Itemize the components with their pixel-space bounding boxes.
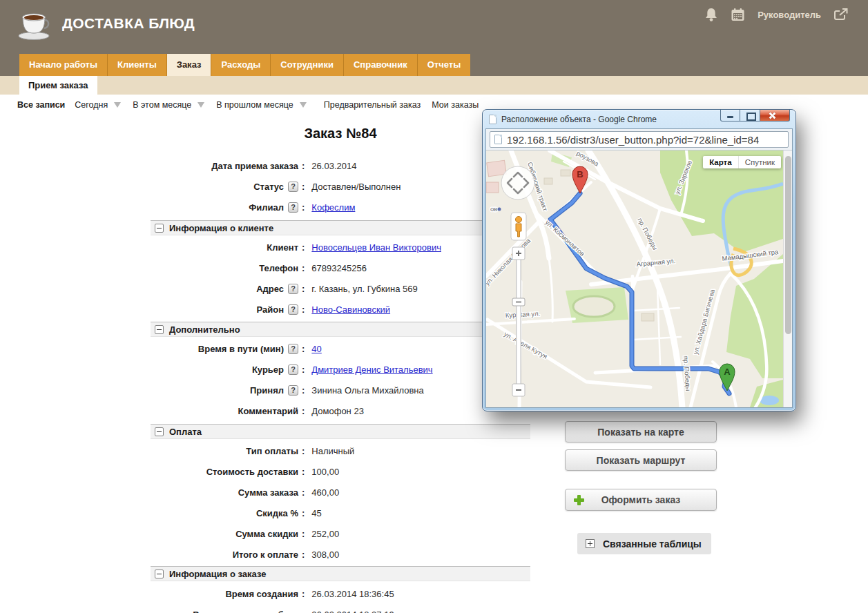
field-link[interactable]: Ново-Савиновский (311, 304, 390, 315)
field-row: Курьер Дмитриев Денис Витальевич (151, 359, 530, 380)
plus-icon (574, 495, 584, 505)
section-header[interactable]: Оплата (151, 424, 530, 439)
subtab-priem-zakaza[interactable]: Прием заказа (19, 76, 97, 95)
filter-today[interactable]: Сегодня (75, 100, 123, 110)
svg-text:A: A (724, 367, 731, 377)
address-bar-row: 192.168.1.56/distr3/user_button.php?id=7… (486, 129, 792, 150)
pegman-control[interactable] (511, 213, 526, 240)
field-value: 26.03.2014 18:37:19 (311, 610, 394, 613)
filter-last-month[interactable]: В прошлом месяце (216, 100, 309, 110)
field-label: Время создания (225, 589, 298, 599)
maximize-button[interactable] (740, 110, 760, 121)
user-name[interactable]: Руководитель (758, 10, 821, 20)
field-row: Итого к оплате 308,00 (151, 544, 530, 565)
field-link[interactable]: Новосельцев Иван Викторович (311, 242, 441, 253)
window-controls (720, 110, 790, 121)
field-row: Сумма скидки 252,00 (151, 523, 530, 544)
tab-klienty[interactable]: Клиенты (108, 54, 167, 76)
expand-plus-icon[interactable] (586, 539, 595, 548)
chevron-down-icon[interactable] (197, 102, 204, 108)
page-title: Заказ №84 (151, 123, 530, 144)
help-icon[interactable] (288, 344, 298, 354)
field-label: Район (256, 304, 284, 315)
close-button[interactable] (760, 110, 790, 121)
page-icon (489, 115, 496, 124)
filter-this-month[interactable]: В этом месяце (133, 100, 206, 110)
field-label: Скидка % (256, 508, 298, 518)
field-row: Принял Зинина Ольга Михайловна (151, 380, 530, 400)
field-value: Зинина Ольга Михайловна (311, 385, 423, 396)
map-canvas[interactable]: Сибирский тракт роузова ул. Зирекле пр. … (486, 150, 783, 407)
filter-preliminary-order[interactable]: Предварительный заказ (324, 100, 421, 110)
svg-text:ов: ов (490, 205, 497, 213)
field-label: Телефон (259, 263, 298, 273)
collapse-icon[interactable] (155, 224, 164, 233)
field-value: 308,00 (311, 549, 339, 560)
field-label: Дата приема заказа (211, 161, 298, 171)
help-icon[interactable] (288, 202, 298, 213)
address-bar[interactable]: 192.168.1.56/distr3/user_button.php?id=7… (490, 131, 789, 148)
url-text: 192.168.1.56/distr3/user_button.php?id=7… (507, 134, 759, 146)
collapse-icon[interactable] (155, 325, 164, 334)
field-row: Время создания 26.03.2014 18:36:45 (151, 583, 530, 604)
filter-all-records[interactable]: Все записи (17, 100, 65, 110)
help-icon[interactable] (288, 182, 298, 192)
map-type-control: Карта Спутник (703, 156, 781, 168)
field-label: Филиал (249, 202, 284, 213)
minimize-button[interactable] (720, 110, 740, 121)
field-label: Стоимость доставки (206, 467, 298, 477)
subtab-bar: Прием заказа (0, 76, 868, 95)
map-type-map-button[interactable]: Карта (703, 156, 737, 168)
field-label: Итого к оплате (233, 549, 298, 560)
section-header[interactable]: Информация о заказе (151, 566, 530, 581)
tab-spravochnik[interactable]: Справочник (344, 54, 418, 76)
create-order-button[interactable]: Оформить заказ (565, 489, 717, 511)
popup-window: Расположение объекта - Google Chrome 192… (482, 109, 796, 411)
help-icon[interactable] (288, 284, 298, 294)
show-route-button[interactable]: Показать маршрут (565, 449, 717, 471)
bell-icon[interactable] (704, 7, 718, 22)
tab-nachalo-raboty[interactable]: Начало работы (19, 54, 108, 76)
collapse-icon[interactable] (155, 570, 164, 578)
field-link[interactable]: Кофеслим (311, 202, 355, 213)
scrollbar-thumb[interactable] (785, 156, 791, 334)
chevron-down-icon[interactable] (114, 102, 121, 108)
tab-sotrudniki[interactable]: Сотрудники (271, 54, 344, 76)
field-value: Наличный (311, 446, 354, 456)
map-type-satellite-button[interactable]: Спутник (738, 156, 781, 168)
field-row: Стоимость доставки 100,00 (151, 461, 530, 482)
field-row: Скидка % 45 (151, 503, 530, 523)
field-label: Клиент (267, 242, 298, 253)
help-icon[interactable] (288, 304, 298, 315)
field-value: 460,00 (311, 487, 339, 498)
help-icon[interactable] (288, 364, 298, 375)
section-header[interactable]: Информация о клиенте (151, 220, 530, 235)
popup-titlebar[interactable]: Расположение объекта - Google Chrome (483, 110, 795, 128)
help-icon[interactable] (288, 385, 298, 396)
field-value: 45 (311, 508, 321, 518)
field-label: Статус (253, 182, 284, 192)
field-value: 26.03.2014 (311, 161, 356, 171)
scrollbar[interactable] (783, 150, 792, 407)
related-tables-toggle[interactable]: Связанные таблицы (577, 533, 711, 554)
show-on-map-button[interactable]: Показать на карте (565, 421, 717, 442)
filter-my-orders[interactable]: Мои заказы (432, 100, 479, 110)
logout-icon[interactable] (833, 8, 849, 21)
field-value: г. Казань, ул. Губкина 569 (311, 284, 417, 294)
field-link[interactable]: 40 (311, 344, 321, 354)
order-details: Заказ №84 Дата приема заказа 26.03.2014 … (151, 116, 530, 613)
pan-control[interactable] (501, 166, 534, 200)
field-row: Статус Доставлен/Выполнен (151, 176, 530, 197)
collapse-icon[interactable] (155, 427, 164, 436)
section-header[interactable]: Дополнительно (151, 322, 530, 337)
field-row: Комментарий Домофон 23 (151, 400, 530, 421)
tab-rashody[interactable]: Расходы (211, 54, 271, 76)
field-label: Адрес (256, 284, 284, 294)
field-link[interactable]: Дмитриев Денис Витальевич (311, 364, 432, 375)
map-area: Сибирский тракт роузова ул. Зирекле пр. … (486, 150, 792, 407)
chevron-down-icon[interactable] (300, 102, 307, 108)
tab-zakaz[interactable]: Заказ (167, 54, 212, 76)
tab-otchety[interactable]: Отчеты (418, 54, 471, 76)
calendar-icon[interactable] (731, 8, 745, 22)
coffee-cup-logo-icon (15, 9, 52, 43)
